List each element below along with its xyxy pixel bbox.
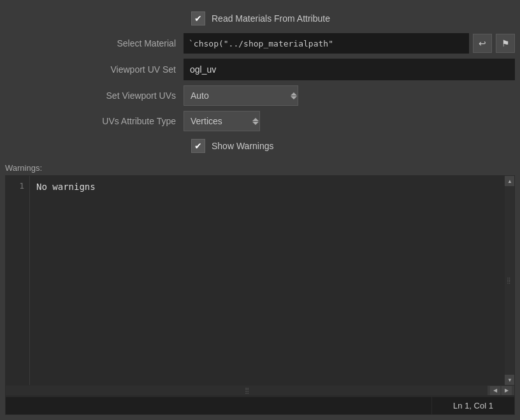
scrollbar-right: ▲ ⣿ ▼ bbox=[504, 176, 514, 385]
set-viewport-uvs-label: Set Viewport UVs bbox=[5, 91, 184, 101]
show-warnings-row: Show Warnings bbox=[0, 134, 520, 158]
read-materials-wrapper: Read Materials From Attribute bbox=[191, 11, 330, 25]
hscroll-btns: ◀ ▶ bbox=[487, 386, 514, 395]
scroll-down-btn[interactable]: ▼ bbox=[505, 375, 514, 385]
hscroll-grip: ⣿ bbox=[245, 387, 249, 394]
uvs-attribute-type-select-wrapper: Vertices Points Detail bbox=[184, 111, 260, 131]
status-input[interactable] bbox=[5, 396, 432, 415]
hscroll-track[interactable]: ⣿ bbox=[6, 386, 487, 395]
hscroll-left-btn[interactable]: ◀ bbox=[490, 386, 500, 395]
scroll-track[interactable]: ⣿ bbox=[505, 186, 514, 375]
set-viewport-uvs-select[interactable]: Auto Manual Off bbox=[184, 85, 298, 106]
editor-text: No warnigns bbox=[36, 182, 96, 192]
viewport-uv-set-input[interactable] bbox=[184, 59, 515, 80]
select-material-row: Select Material ↩ ⚑ bbox=[0, 31, 520, 56]
hscroll-right-btn[interactable]: ▶ bbox=[502, 386, 512, 395]
set-viewport-uvs-row: Set Viewport UVs Auto Manual Off bbox=[0, 83, 520, 108]
viewport-uv-set-row: Viewport UV Set bbox=[0, 56, 520, 83]
uvs-attribute-type-select[interactable]: Vertices Points Detail bbox=[184, 111, 260, 131]
set-viewport-uvs-value-area: Auto Manual Off bbox=[184, 85, 515, 106]
editor-content[interactable]: No warnigns bbox=[30, 176, 504, 385]
main-container: Read Materials From Attribute Select Mat… bbox=[0, 0, 520, 420]
read-materials-row: Read Materials From Attribute bbox=[0, 6, 520, 31]
read-materials-checkbox[interactable] bbox=[191, 11, 205, 25]
editor-inner: 1 No warnigns ▲ ⣿ ▼ bbox=[6, 176, 514, 385]
select-material-input[interactable] bbox=[184, 33, 469, 54]
return-icon[interactable]: ↩ bbox=[473, 34, 492, 53]
scroll-up-btn[interactable]: ▲ bbox=[505, 176, 514, 186]
status-bar: Ln 1, Col 1 bbox=[5, 396, 515, 415]
show-warnings-wrapper: Show Warnings bbox=[191, 139, 274, 153]
read-materials-label: Read Materials From Attribute bbox=[212, 13, 330, 24]
select-material-label: Select Material bbox=[5, 38, 184, 48]
select-material-value-area: ↩ ⚑ bbox=[184, 33, 515, 54]
scrollbar-bottom: ⣿ ◀ ▶ bbox=[6, 385, 514, 395]
flag-icon[interactable]: ⚑ bbox=[496, 34, 515, 53]
show-warnings-label: Show Warnings bbox=[212, 141, 274, 151]
uvs-attribute-type-value-area: Vertices Points Detail bbox=[184, 111, 515, 131]
line-numbers: 1 bbox=[6, 176, 30, 385]
viewport-uv-set-value-area bbox=[184, 59, 515, 80]
set-viewport-uvs-select-wrapper: Auto Manual Off bbox=[184, 85, 298, 106]
uvs-attribute-type-label: UVs Attribute Type bbox=[5, 116, 184, 126]
editor-container: 1 No warnigns ▲ ⣿ ▼ ⣿ ◀ ▶ bbox=[5, 175, 515, 396]
cursor-position: Ln 1, Col 1 bbox=[432, 396, 515, 415]
scroll-grip: ⣿ bbox=[507, 277, 512, 284]
viewport-uv-set-label: Viewport UV Set bbox=[5, 64, 184, 75]
uvs-attribute-type-row: UVs Attribute Type Vertices Points Detai… bbox=[0, 108, 520, 134]
show-warnings-checkbox[interactable] bbox=[191, 139, 205, 153]
warnings-label: Warnings: bbox=[0, 158, 520, 175]
line-number-1: 1 bbox=[11, 180, 24, 193]
